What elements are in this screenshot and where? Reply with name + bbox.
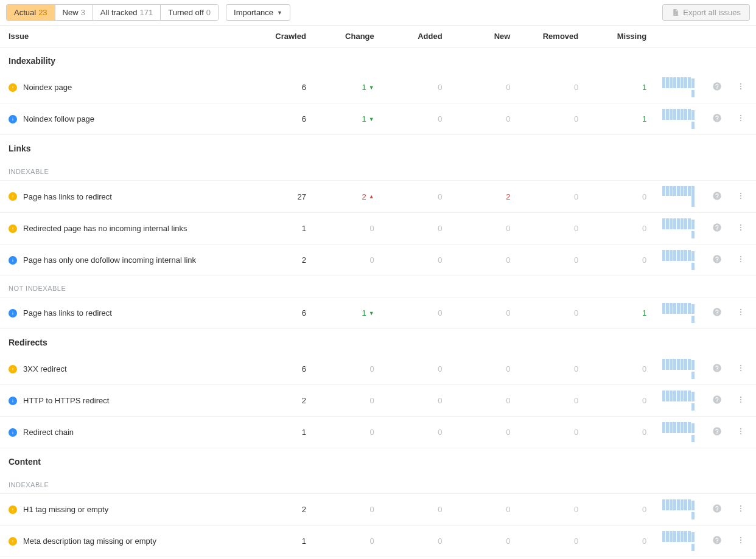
more-options-icon[interactable] (737, 191, 745, 201)
filter-tab-new[interactable]: New 3 (55, 5, 93, 20)
cell-value: 0 (574, 364, 578, 373)
sparkline (661, 109, 695, 121)
cell-value: 0 (574, 255, 578, 265)
importance-label: Importance (234, 8, 273, 17)
help-icon[interactable] (712, 395, 722, 404)
cell-value: 0 (506, 255, 510, 265)
issue-row[interactable]: Redirect chain100000 (0, 417, 756, 448)
filter-tab-all-tracked[interactable]: All tracked 171 (93, 5, 161, 20)
svg-point-2 (740, 86, 741, 87)
help-icon[interactable] (712, 504, 722, 513)
more-options-icon[interactable] (737, 113, 745, 123)
more-options-icon[interactable] (737, 426, 745, 436)
issues-table: IssueCrawledChangeAddedNewRemovedMissing… (0, 26, 756, 559)
change-value: 1 ▼ (362, 83, 374, 92)
svg-point-8 (713, 192, 721, 200)
column-header[interactable]: Removed (521, 26, 589, 47)
issue-name: Page has links to redirect (23, 308, 112, 318)
cell-value: 0 (506, 364, 510, 373)
more-options-icon[interactable] (737, 82, 745, 91)
sparkline (661, 422, 695, 434)
svg-point-6 (740, 117, 741, 119)
cell-value: 0 (438, 505, 442, 514)
svg-point-30 (740, 399, 741, 400)
more-options-icon[interactable] (737, 223, 745, 232)
filter-tab-turned-off[interactable]: Turned off 0 (161, 5, 218, 20)
help-icon[interactable] (712, 363, 722, 373)
help-icon[interactable] (712, 307, 722, 317)
column-header[interactable]: Missing (589, 26, 657, 47)
svg-point-13 (740, 224, 741, 226)
more-options-icon[interactable] (737, 363, 745, 373)
help-icon[interactable] (712, 191, 722, 201)
svg-point-32 (713, 427, 721, 435)
issue-row[interactable]: Noindex page61 ▼0001 (0, 72, 756, 103)
warning-icon (9, 505, 17, 514)
svg-point-36 (713, 504, 721, 512)
cell-value: 1 (302, 224, 306, 233)
issue-name: Redirected page has no incoming internal… (23, 224, 187, 233)
issue-row[interactable]: Page has links to redirect272 ▲0200 (0, 181, 756, 213)
issue-row[interactable]: Meta description tag missing or empty100… (0, 526, 756, 557)
column-header[interactable]: Added (385, 26, 453, 47)
filter-tab-actual[interactable]: Actual 23 (7, 5, 55, 20)
file-export-icon (671, 9, 679, 16)
column-header[interactable]: Crawled (249, 26, 317, 47)
svg-point-12 (713, 223, 721, 231)
help-icon[interactable] (712, 82, 722, 91)
issue-name: Redirect chain (23, 428, 74, 437)
svg-point-34 (740, 431, 741, 432)
cell-value: 0 (438, 428, 442, 437)
svg-point-17 (740, 256, 741, 257)
subsection-header: NOT INDEXABLE (0, 276, 756, 297)
help-icon[interactable] (712, 223, 722, 232)
cell-value: 0 (574, 428, 578, 437)
issue-row[interactable]: Noindex follow page61 ▼0001 (0, 103, 756, 135)
column-header[interactable]: Issue (0, 26, 249, 47)
issue-row[interactable]: Page has only one dofollow incoming inte… (0, 245, 756, 276)
cell-value: 0 (642, 396, 646, 405)
cell-value: 0 (506, 308, 510, 318)
help-icon[interactable] (712, 254, 722, 264)
cell-value: 0 (438, 114, 442, 123)
cell-value: 2 (506, 192, 510, 201)
issue-row[interactable]: HTTP to HTTPS redirect200000 (0, 385, 756, 417)
cell-value: 0 (438, 192, 442, 201)
change-value: 1 ▼ (362, 308, 374, 318)
more-options-icon[interactable] (737, 254, 745, 264)
svg-point-27 (740, 370, 741, 371)
svg-point-16 (713, 255, 721, 263)
issue-row[interactable]: H1 tag missing or empty200000 (0, 494, 756, 526)
cell-value: 0 (506, 224, 510, 233)
svg-point-28 (713, 395, 721, 403)
export-all-issues-button[interactable]: Export all issues (662, 4, 750, 21)
svg-point-11 (740, 197, 741, 198)
more-options-icon[interactable] (737, 504, 745, 513)
warning-icon (9, 365, 17, 373)
sparkline (661, 303, 695, 315)
help-icon[interactable] (712, 426, 722, 436)
column-header[interactable]: New (453, 26, 522, 47)
issue-row[interactable]: 3XX redirect600000 (0, 353, 756, 385)
help-icon[interactable] (712, 113, 722, 123)
issue-row[interactable]: Page has links to redirect61 ▼0001 (0, 297, 756, 329)
issue-name: Noindex follow page (23, 114, 94, 123)
svg-point-38 (740, 508, 741, 509)
cell-value: 2 (302, 396, 306, 405)
cell-value: 0 (438, 364, 442, 373)
export-label: Export all issues (683, 8, 741, 17)
svg-point-24 (713, 364, 721, 372)
more-options-icon[interactable] (737, 535, 745, 545)
issue-row[interactable]: Meta description too short100000 (0, 557, 756, 560)
more-options-icon[interactable] (737, 395, 745, 404)
importance-dropdown[interactable]: Importance ▼ (226, 4, 290, 21)
issue-row[interactable]: Redirected page has no incoming internal… (0, 213, 756, 245)
column-header[interactable]: Change (317, 26, 385, 47)
cell-value: 0 (506, 114, 510, 123)
svg-point-19 (740, 261, 741, 262)
more-options-icon[interactable] (737, 307, 745, 317)
help-icon[interactable] (712, 535, 722, 545)
cell-value: 0 (642, 505, 646, 514)
issue-name: Noindex page (23, 83, 72, 92)
cell-value: 2 (302, 505, 306, 514)
